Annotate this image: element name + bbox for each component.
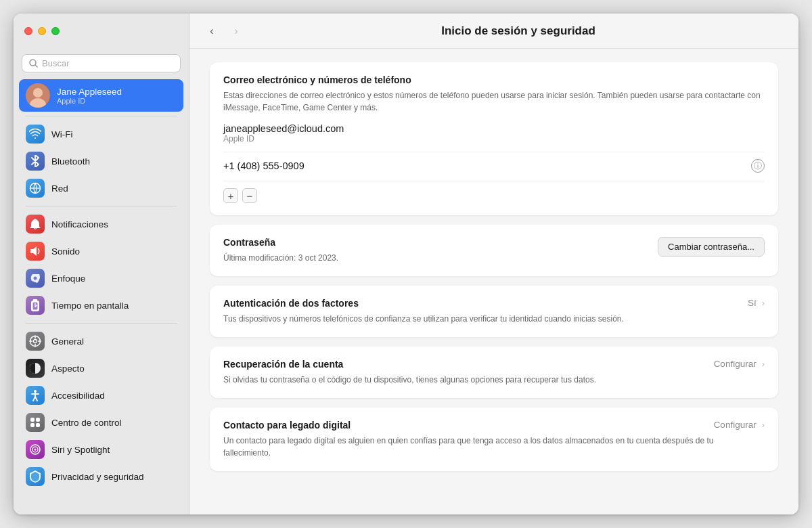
- close-button[interactable]: [24, 27, 32, 35]
- sound-icon: [26, 242, 45, 261]
- user-info: Jane Appleseed Apple ID: [57, 87, 122, 105]
- sidebar-item-enfoque[interactable]: Enfoque: [19, 265, 183, 292]
- sidebar-item-tiempo[interactable]: Tiempo en pantalla: [19, 292, 183, 319]
- svg-point-15: [34, 340, 37, 343]
- maximize-button[interactable]: [51, 27, 60, 35]
- forward-button[interactable]: ›: [227, 22, 245, 40]
- sidebar-item-red[interactable]: Red: [19, 175, 183, 202]
- main-titlebar: ‹ › Inicio de sesión y seguridad: [189, 14, 798, 49]
- svg-rect-29: [36, 423, 40, 427]
- legacy-card[interactable]: Contacto para legado digital Un contacto…: [210, 408, 778, 471]
- search-icon: [29, 59, 38, 68]
- email-section-desc: Estas direcciones de correo electrónico …: [223, 89, 765, 114]
- sidebar-item-accesibilidad[interactable]: Accesibilidad: [19, 382, 183, 409]
- legacy-title: Contacto para legado digital: [223, 420, 714, 431]
- siri-icon: [26, 440, 45, 459]
- svg-marker-7: [30, 246, 37, 256]
- sidebar-divider: [26, 116, 177, 116]
- svg-rect-28: [30, 423, 35, 427]
- recovery-action: Configurar: [714, 359, 757, 369]
- main-title: Inicio de sesión y seguridad: [252, 24, 785, 38]
- sidebar-general-label: General: [51, 336, 84, 347]
- sidebar-item-user[interactable]: Jane Appleseed Apple ID: [19, 79, 183, 112]
- password-title: Contraseña: [223, 237, 338, 248]
- main-content: Correo electrónico y números de teléfono…: [189, 49, 798, 514]
- password-info: Contraseña Última modificación: 3 oct 20…: [223, 237, 338, 264]
- two-factor-chevron: ›: [762, 298, 765, 308]
- user-sublabel: Apple ID: [57, 97, 122, 105]
- two-factor-status: Sí: [748, 298, 757, 308]
- main-panel: ‹ › Inicio de sesión y seguridad Correo …: [189, 14, 798, 514]
- sidebar-item-siri[interactable]: Siri y Spotlight: [19, 436, 183, 463]
- sidebar-tiempo-label: Tiempo en pantalla: [51, 301, 129, 311]
- sidebar-aspecto-label: Aspecto: [51, 364, 85, 374]
- email-sublabel: Apple ID: [223, 134, 765, 144]
- control-icon: [26, 413, 45, 432]
- search-bar[interactable]: [22, 54, 181, 72]
- password-card: Contraseña Última modificación: 3 oct 20…: [210, 225, 778, 276]
- sidebar-item-wifi[interactable]: Wi-Fi: [19, 120, 183, 148]
- back-button[interactable]: ‹: [203, 22, 221, 40]
- email-info: janeappleseed@icloud.com Apple ID: [223, 123, 765, 144]
- recovery-info: Recuperación de la cuenta Si olvidas tu …: [223, 359, 714, 386]
- sidebar-divider3: [26, 323, 177, 324]
- sidebar-list: Jane Appleseed Apple ID Wi-Fi: [14, 79, 189, 514]
- sidebar-item-sonido[interactable]: Sonido: [19, 238, 183, 265]
- sidebar-privacy-label: Privacidad y seguridad: [51, 472, 144, 482]
- tiempo-icon: [26, 296, 45, 315]
- titlebar: [14, 14, 189, 49]
- change-password-button[interactable]: Cambiar contraseña...: [658, 237, 765, 257]
- sidebar-item-bluetooth[interactable]: Bluetooth: [19, 148, 183, 175]
- remove-button[interactable]: −: [242, 188, 257, 203]
- two-factor-card[interactable]: Autenticación de dos factores Tus dispos…: [210, 286, 778, 337]
- svg-rect-26: [30, 418, 35, 422]
- sidebar-item-general[interactable]: General: [19, 328, 183, 355]
- sidebar-sonido-label: Sonido: [51, 246, 80, 257]
- recovery-title: Recuperación de la cuenta: [223, 359, 714, 370]
- general-icon: [26, 332, 45, 351]
- two-factor-right: Sí ›: [741, 298, 765, 308]
- search-input[interactable]: [42, 58, 173, 68]
- minimize-button[interactable]: [38, 27, 46, 35]
- phone-row: +1 (408) 555-0909 ⓘ: [223, 152, 765, 173]
- email-card: Correo electrónico y números de teléfono…: [210, 62, 778, 215]
- sidebar-enfoque-label: Enfoque: [51, 273, 85, 284]
- legacy-right: Configurar ›: [714, 420, 765, 430]
- sidebar-item-notificaciones[interactable]: Notificaciones: [19, 211, 183, 238]
- two-factor-info: Autenticación de dos factores Tus dispos…: [223, 298, 741, 325]
- svg-point-3: [33, 88, 43, 97]
- phone-info-button[interactable]: ⓘ: [751, 159, 765, 173]
- aspecto-icon: [26, 359, 45, 378]
- svg-line-1: [35, 65, 37, 67]
- sidebar-wifi-label: Wi-Fi: [51, 129, 72, 139]
- sidebar-item-control[interactable]: Centro de control: [19, 409, 183, 436]
- sidebar-notif-label: Notificaciones: [51, 219, 108, 229]
- access-icon: [26, 386, 45, 405]
- wifi-icon: [26, 125, 45, 144]
- svg-rect-27: [36, 418, 40, 422]
- add-remove-row: + −: [223, 181, 765, 203]
- sidebar-divider2: [26, 206, 177, 206]
- password-last-changed: Última modificación: 3 oct 2023.: [223, 252, 338, 264]
- sidebar-item-privacidad[interactable]: Privacidad y seguridad: [19, 463, 183, 490]
- svg-point-32: [35, 449, 37, 451]
- recovery-card[interactable]: Recuperación de la cuenta Si olvidas tu …: [210, 347, 778, 398]
- svg-point-8: [34, 277, 37, 280]
- sidebar-control-label: Centro de control: [51, 418, 122, 428]
- sidebar: Jane Appleseed Apple ID Wi-Fi: [14, 14, 189, 514]
- svg-line-25: [35, 397, 37, 401]
- add-button[interactable]: +: [223, 188, 238, 203]
- two-factor-desc: Tus dispositivos y números telefónicos d…: [223, 313, 741, 325]
- legacy-action: Configurar: [714, 420, 757, 430]
- sidebar-bluetooth-label: Bluetooth: [51, 156, 90, 167]
- privacy-icon: [26, 467, 45, 486]
- red-icon: [26, 179, 45, 198]
- avatar: [26, 83, 50, 108]
- sidebar-access-label: Accesibilidad: [51, 391, 105, 401]
- recovery-right: Configurar ›: [714, 359, 765, 369]
- user-name: Jane Appleseed: [57, 87, 122, 97]
- sidebar-item-aspecto[interactable]: Aspecto: [19, 355, 183, 382]
- legacy-desc: Un contacto para legado digital es algui…: [223, 435, 714, 459]
- phone-value: +1 (408) 555-0909: [223, 160, 751, 171]
- recovery-desc: Si olvidas tu contraseña o el código de …: [223, 374, 714, 386]
